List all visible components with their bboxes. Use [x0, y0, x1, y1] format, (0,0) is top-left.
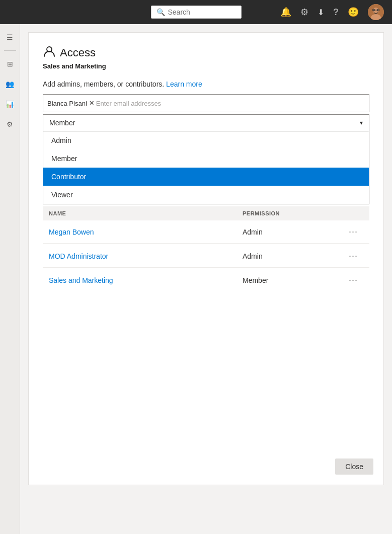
email-input-container[interactable]: Bianca Pisani ✕ Enter email addresses — [43, 94, 369, 112]
dropdown-option-contributor[interactable]: Contributor — [43, 168, 369, 186]
avatar-image — [368, 4, 384, 20]
member-permission-0: Admin — [243, 228, 343, 236]
table-row: Sales and Marketing Member ··· — [43, 269, 369, 291]
access-header: Access — [43, 45, 369, 60]
sidebar-item-people[interactable]: 👥 — [1, 75, 19, 93]
search-input[interactable] — [168, 8, 233, 16]
sidebar-item-menu[interactable]: ☰ — [1, 28, 19, 46]
svg-point-3 — [373, 10, 375, 11]
access-person-icon — [43, 45, 56, 60]
feedback-icon[interactable]: 🙂 — [348, 7, 359, 18]
svg-point-4 — [377, 10, 379, 11]
dropdown-chevron-icon: ▾ — [360, 119, 363, 126]
member-name-0[interactable]: Megan Bowen — [49, 228, 243, 236]
dropdown-option-member[interactable]: Member — [43, 149, 369, 168]
table-header-actions — [343, 210, 363, 216]
settings-icon[interactable]: ⚙ — [300, 7, 308, 18]
add-description: Add admins, members, or contributors. Le… — [43, 80, 369, 88]
table-row: Megan Bowen Admin ··· — [43, 220, 369, 244]
member-more-0[interactable]: ··· — [343, 226, 363, 237]
email-tag-remove[interactable]: ✕ — [89, 100, 94, 107]
role-dropdown[interactable]: Member ▾ — [43, 114, 369, 131]
close-button[interactable]: Close — [335, 459, 373, 475]
main-area: ☰ ⊞ 👥 📊 ⚙ Access Sales and Marketing — [0, 24, 392, 534]
member-permission-2: Member — [243, 276, 343, 284]
notification-icon[interactable]: 🔔 — [280, 7, 291, 18]
search-box[interactable]: 🔍 — [151, 6, 242, 19]
access-subtitle: Sales and Marketing — [43, 62, 369, 70]
email-tag: Bianca Pisani ✕ — [47, 100, 94, 107]
sidebar-item-chart[interactable]: 📊 — [1, 95, 19, 113]
member-more-1[interactable]: ··· — [343, 251, 363, 261]
email-tag-name: Bianca Pisani — [47, 100, 87, 107]
download-icon[interactable]: ⬇ — [318, 8, 324, 17]
topbar: 🔍 🔔 ⚙ ⬇ ? 🙂 — [0, 0, 392, 24]
sidebar-item-home[interactable]: ⊞ — [1, 55, 19, 73]
sidebar-divider — [4, 50, 16, 51]
email-input-placeholder[interactable]: Enter email addresses — [96, 100, 365, 107]
table-header-permission: PERMISSION — [243, 210, 343, 216]
sidebar-strip: ☰ ⊞ 👥 📊 ⚙ — [0, 24, 20, 534]
help-icon[interactable]: ? — [333, 7, 339, 18]
member-name-2[interactable]: Sales and Marketing — [49, 276, 243, 284]
dropdown-option-admin[interactable]: Admin — [43, 131, 369, 149]
access-panel: Access Sales and Marketing Add admins, m… — [28, 32, 384, 485]
table-row: MOD Administrator Admin ··· — [43, 245, 369, 268]
close-button-container: Close — [335, 459, 373, 475]
sidebar-item-settings[interactable]: ⚙ — [1, 115, 19, 133]
table-header: NAME PERMISSION — [43, 206, 369, 220]
role-dropdown-value: Member — [49, 119, 75, 127]
member-name-1[interactable]: MOD Administrator — [49, 252, 243, 260]
learn-more-link[interactable]: Learn more — [166, 80, 202, 88]
member-more-2[interactable]: ··· — [343, 275, 363, 285]
dropdown-menu: Admin Member Contributor Viewer — [43, 131, 369, 204]
members-table: NAME PERMISSION Megan Bowen Admin ··· MO… — [43, 206, 369, 291]
avatar[interactable] — [368, 4, 384, 20]
search-icon: 🔍 — [156, 8, 165, 16]
topbar-icons: 🔔 ⚙ ⬇ ? 🙂 — [280, 4, 384, 20]
content-panel: Access Sales and Marketing Add admins, m… — [20, 24, 392, 534]
dropdown-option-viewer[interactable]: Viewer — [43, 186, 369, 204]
table-header-name: NAME — [49, 210, 243, 216]
member-permission-1: Admin — [243, 252, 343, 260]
access-title: Access — [60, 46, 96, 59]
